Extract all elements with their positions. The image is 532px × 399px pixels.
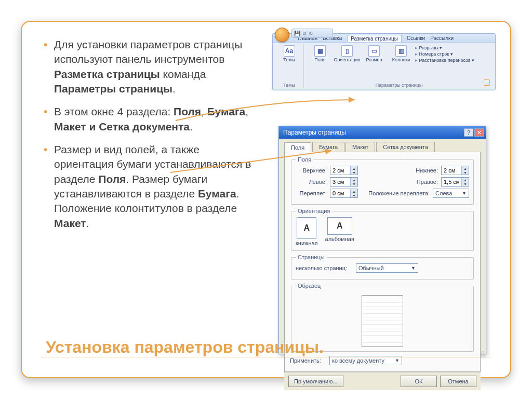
margins-button[interactable]: ▦Поля <box>308 45 332 62</box>
bullet-item: Для установки параметров страницы исполь… <box>54 37 259 96</box>
orientation-icon: ▯ <box>341 45 353 57</box>
bullet-item: Размер и вид полей, а также ориентация б… <box>54 142 259 231</box>
columns-button[interactable]: ▥Колонки <box>389 45 413 62</box>
close-icon[interactable]: ✕ <box>474 128 484 137</box>
top-margin-input[interactable]: ▲▼ <box>330 166 358 175</box>
portrait-button[interactable]: Aкнижная <box>296 217 318 246</box>
bottom-margin-input[interactable]: ▲▼ <box>441 166 469 175</box>
line-numbers-button[interactable]: Номера строк ▾ <box>415 51 474 57</box>
page-setup-dialog: Параметры страницы ? ✕ Поля Бумага Макет… <box>278 126 486 354</box>
page-setup-dialog-launcher[interactable] <box>484 79 490 86</box>
tab-references[interactable]: Ссылки <box>407 35 425 41</box>
hyphenation-button[interactable]: Расстановка переносов ▾ <box>415 58 474 63</box>
office-button[interactable] <box>275 28 289 42</box>
right-margin-input[interactable]: ▲▼ <box>441 177 469 187</box>
bullet-item: В этом окне 4 раздела: Поля, Бумага, Мак… <box>54 104 259 134</box>
landscape-button[interactable]: Aальбомная <box>325 217 354 246</box>
gutter-position-select[interactable]: Слева▼ <box>433 189 469 198</box>
columns-icon: ▥ <box>395 45 407 57</box>
margins-icon: ▦ <box>314 45 326 57</box>
help-button[interactable]: ? <box>464 128 473 137</box>
page-number: 6 <box>481 350 485 360</box>
breaks-button[interactable]: Разрывы ▾ <box>415 45 474 50</box>
word-ribbon: 💾↺↻ Главная Вставка Разметка страницы Сс… <box>272 33 496 90</box>
tab-layout[interactable]: Макет <box>345 142 375 152</box>
multiple-pages-select[interactable]: Обычный▼ <box>356 263 418 273</box>
left-margin-input[interactable]: ▲▼ <box>330 177 358 187</box>
gutter-input[interactable]: ▲▼ <box>330 189 358 198</box>
size-button[interactable]: ▭Размер <box>362 45 386 62</box>
default-button[interactable]: По умолчанию... <box>288 376 343 387</box>
orientation-button[interactable]: ▯Ориентация <box>335 45 359 62</box>
size-icon: ▭ <box>368 45 380 57</box>
tab-grid[interactable]: Сетка документа <box>376 142 435 152</box>
dialog-titlebar: Параметры страницы ? ✕ <box>279 126 486 139</box>
ok-button[interactable]: ОК <box>401 376 437 387</box>
cancel-button[interactable]: Отмена <box>440 376 476 387</box>
slide-title: Установка параметров страницы. <box>41 338 491 357</box>
slide-frame: Для установки параметров страницы исполь… <box>21 21 511 378</box>
tab-page-layout[interactable]: Разметка страницы <box>347 35 402 42</box>
explanatory-text: Для установки параметров страницы исполь… <box>41 37 259 362</box>
quick-access-toolbar[interactable]: 💾↺↻ <box>291 29 333 38</box>
themes-icon: Aa <box>284 45 295 57</box>
tab-paper[interactable]: Бумага <box>312 142 344 152</box>
tab-margins[interactable]: Поля <box>284 142 311 152</box>
themes-button[interactable]: Aa Темы <box>278 45 300 62</box>
tab-mailings[interactable]: Рассылки <box>430 35 454 41</box>
